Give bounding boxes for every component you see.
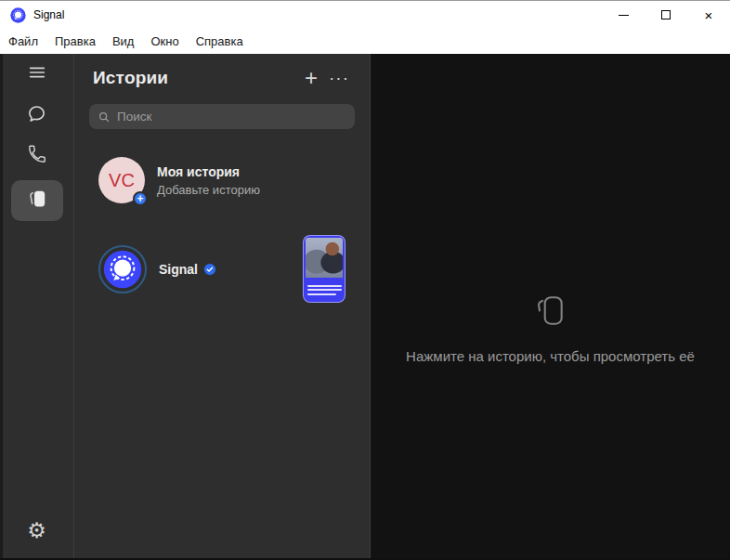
story-row-text: Signal: [159, 262, 303, 277]
stories-panel: Истории + ···: [74, 54, 371, 558]
nav-calls-button[interactable]: [11, 139, 63, 173]
story-thumbnail[interactable]: [303, 235, 345, 303]
chat-bubble-icon: [26, 103, 47, 128]
signal-window: Signal × Файл Правка Вид Окно Справка: [0, 0, 730, 560]
main-content: ⚙ Истории + ···: [0, 54, 730, 560]
unread-story-ring: [98, 245, 147, 293]
search-bar[interactable]: [89, 104, 355, 129]
stories-list: VC + Моя история Добавьте историю: [74, 150, 370, 310]
story-preview-image: [306, 238, 343, 278]
signal-logo-icon: [10, 7, 26, 23]
sender-name-label: Signal: [159, 262, 198, 277]
phone-icon: [27, 144, 47, 168]
main-menu-button[interactable]: [11, 58, 63, 91]
menu-item-edit[interactable]: Правка: [46, 34, 104, 48]
nav-stories-button[interactable]: [11, 180, 63, 221]
story-row-signal[interactable]: Signal: [84, 228, 360, 310]
my-story-title: Моя история: [157, 164, 345, 179]
stories-outline-icon: [532, 293, 567, 332]
search-input[interactable]: [117, 110, 346, 124]
preview-hint-text: Нажмите на историю, чтобы просмотреть её: [406, 348, 695, 364]
my-story-row[interactable]: VC + Моя история Добавьте историю: [84, 150, 360, 211]
avatar: VC +: [98, 157, 145, 203]
story-sender-name: Signal: [159, 262, 303, 277]
titlebar: Signal ×: [0, 1, 730, 29]
window-controls: ×: [602, 1, 730, 29]
nav-chats-button[interactable]: [11, 98, 63, 132]
add-story-badge-icon: +: [133, 191, 148, 206]
my-story-text: Моя история Добавьте историю: [157, 164, 345, 197]
my-story-subtitle: Добавьте историю: [157, 183, 345, 197]
close-icon: ×: [705, 8, 713, 22]
maximize-button[interactable]: [645, 1, 687, 29]
menu-item-file[interactable]: Файл: [0, 34, 46, 48]
gear-icon: ⚙: [27, 520, 46, 541]
story-caption-lines: [304, 278, 345, 302]
more-options-button[interactable]: ···: [325, 66, 353, 90]
close-button[interactable]: ×: [687, 1, 730, 29]
ellipsis-icon: ···: [329, 73, 349, 83]
story-preview-panel: Нажмите на историю, чтобы просмотреть её: [371, 54, 730, 558]
menubar: Файл Правка Вид Окно Справка: [0, 29, 730, 54]
hamburger-icon: [27, 62, 47, 86]
add-story-button[interactable]: +: [297, 66, 325, 90]
page-title: Истории: [93, 68, 297, 88]
menu-item-window[interactable]: Окно: [142, 34, 187, 48]
plus-icon: +: [305, 68, 318, 88]
menu-item-view[interactable]: Вид: [104, 34, 143, 48]
signal-avatar: [102, 249, 143, 290]
stories-icon: [26, 188, 48, 214]
stories-header: Истории + ···: [74, 54, 370, 90]
menu-item-help[interactable]: Справка: [188, 34, 252, 48]
maximize-icon: [661, 10, 671, 20]
avatar-initials: VC: [109, 170, 135, 191]
search-icon: [98, 111, 111, 124]
settings-button[interactable]: ⚙: [11, 514, 63, 547]
minimize-icon: [619, 15, 629, 16]
verified-badge-icon: [203, 263, 216, 276]
minimize-button[interactable]: [602, 1, 645, 29]
window-title: Signal: [33, 8, 64, 21]
nav-rail: ⚙: [0, 54, 74, 558]
preview-placeholder: Нажмите на историю, чтобы просмотреть её: [406, 293, 695, 364]
